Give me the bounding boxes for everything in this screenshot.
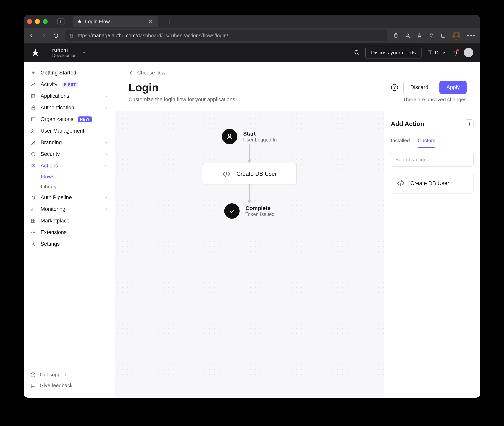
unsaved-notice: There are unsaved changes: [403, 97, 467, 103]
brand: ruheni Development: [31, 47, 86, 58]
get-support-link[interactable]: ? Get support: [30, 369, 108, 380]
browser-tab[interactable]: Login Flow ✕: [73, 16, 158, 27]
svg-point-26: [33, 243, 34, 245]
user-icon: [222, 129, 237, 144]
sidebar-item-actions[interactable]: Actions: [24, 160, 115, 172]
auth0-logo-icon[interactable]: [31, 48, 40, 57]
sidebar-item-extensions[interactable]: Extensions: [24, 227, 115, 238]
flow-canvas[interactable]: Start User Logged In Create DB User: [115, 111, 384, 398]
svg-point-22: [31, 232, 32, 233]
action-list-item[interactable]: Create DB User: [391, 173, 474, 194]
search-actions-input[interactable]: [391, 153, 474, 166]
sidebar-icon: [30, 140, 36, 146]
tab-installed[interactable]: Installed: [391, 135, 410, 148]
svg-rect-17: [32, 219, 33, 221]
search-icon[interactable]: [354, 50, 360, 56]
sidebar-item-activity[interactable]: ActivityFIRST: [24, 79, 115, 90]
code-icon: [222, 169, 231, 178]
svg-rect-20: [34, 221, 35, 223]
divider: [46, 48, 46, 57]
docs-label: Docs: [435, 50, 447, 56]
sidebar-subitem-flows[interactable]: Flows: [24, 172, 115, 182]
url-field[interactable]: https://manage.auth0.com/dashboard/us/ru…: [65, 30, 387, 41]
reload-icon[interactable]: [53, 33, 59, 39]
feedback-label: Give feedback: [40, 383, 72, 389]
svg-point-23: [34, 232, 35, 233]
sidebar-item-getting-started[interactable]: Getting Started: [24, 67, 115, 79]
check-icon: [224, 203, 240, 219]
extension-icon[interactable]: [429, 33, 434, 38]
browser-window: Login Flow ✕ ＋ https://manage.auth0.com/…: [24, 15, 480, 398]
sidebar-item-security[interactable]: Security: [24, 148, 115, 160]
flow-action-card[interactable]: Create DB User: [202, 163, 297, 185]
end-sub: Token Issued: [246, 211, 275, 217]
give-feedback-link[interactable]: Give feedback: [30, 380, 108, 391]
sidebar-icon: [30, 195, 36, 201]
discard-button[interactable]: Discard: [403, 81, 435, 94]
main: Choose flow Login ? Discard Apply Custom…: [115, 62, 480, 398]
favorite-icon[interactable]: [417, 33, 422, 38]
sidebar-item-monitoring[interactable]: Monitoring: [24, 203, 115, 215]
sidebar-item-label: Getting Started: [41, 70, 76, 76]
start-sub: User Logged In: [243, 137, 277, 143]
sidebar-item-authentication[interactable]: Authentication: [24, 102, 115, 114]
flow-end-node: Complete Token Issued: [224, 203, 275, 219]
apply-button[interactable]: Apply: [439, 81, 467, 94]
sidebar-item-branding[interactable]: Branding: [24, 137, 115, 148]
sidebar-badge: NEW: [78, 116, 92, 122]
sidebar-item-label: Monitoring: [41, 206, 65, 212]
tab-close-icon[interactable]: ✕: [148, 18, 152, 25]
sidebar-icon: [30, 82, 36, 87]
help-icon: ?: [30, 372, 36, 377]
minimize-window-icon[interactable]: [35, 19, 40, 24]
tab-custom[interactable]: Custom: [418, 135, 435, 148]
sidebar-item-label: Extensions: [41, 229, 67, 235]
sidebar-subitem-library[interactable]: Library: [24, 182, 115, 192]
svg-rect-18: [34, 219, 35, 221]
lock-icon: [69, 34, 74, 38]
more-menu-icon[interactable]: •••: [467, 32, 476, 39]
sidebar-toggle-icon[interactable]: [57, 19, 65, 24]
sidebar-item-organizations[interactable]: OrganizationsNEW: [24, 114, 115, 125]
sidebar-icon: [30, 105, 36, 111]
add-action-button[interactable]: ＋: [465, 119, 474, 128]
panel-title: Add Action: [391, 120, 424, 128]
tenant-switcher[interactable]: ruheni Development: [52, 47, 86, 58]
sidebar-icon: [30, 116, 36, 122]
tenant-name: ruheni: [52, 47, 78, 53]
flow-start-node: Start User Logged In: [222, 129, 277, 144]
sidebar-item-label: Authentication: [41, 105, 74, 111]
sidebar-item-label: Security: [41, 151, 60, 157]
collections-icon[interactable]: [441, 33, 446, 38]
sidebar-item-settings[interactable]: Settings: [24, 238, 115, 250]
chevron-right-icon: [104, 196, 108, 199]
sidebar-item-user-management[interactable]: User Management: [24, 125, 115, 137]
docs-link[interactable]: Docs: [427, 50, 447, 56]
help-button[interactable]: ?: [391, 84, 398, 91]
user-avatar-icon[interactable]: [464, 48, 473, 57]
sidebar-item-auth-pipeline[interactable]: Auth Pipeline: [24, 192, 115, 203]
svg-point-16: [34, 130, 35, 131]
chevron-right-icon: [104, 94, 108, 98]
close-window-icon[interactable]: [27, 19, 32, 24]
back-link[interactable]: Choose flow: [129, 70, 467, 76]
titlebar: Login Flow ✕ ＋: [24, 15, 480, 28]
forward-icon[interactable]: [41, 33, 47, 39]
notifications-icon[interactable]: [452, 50, 458, 56]
clipboard-icon[interactable]: [393, 33, 399, 38]
add-action-panel: Add Action ＋ Installed Custom Cr: [384, 111, 480, 398]
sidebar-icon: [30, 230, 36, 235]
zoom-out-icon[interactable]: [405, 33, 410, 38]
profile-avatar-icon[interactable]: [452, 32, 460, 40]
sidebar-item-label: Auth Pipeline: [41, 194, 72, 201]
sidebar-item-applications[interactable]: Applications: [24, 90, 115, 102]
back-icon[interactable]: [28, 33, 35, 39]
book-icon: [427, 50, 433, 55]
sidebar-item-marketplace[interactable]: Marketplace: [24, 215, 115, 227]
maximize-window-icon[interactable]: [43, 19, 48, 24]
sidebar-icon: [30, 151, 36, 157]
new-tab-button[interactable]: ＋: [165, 16, 173, 27]
tab-title: Login Flow: [85, 19, 110, 25]
discuss-button[interactable]: Discuss your needs: [366, 47, 421, 59]
sidebar-item-label: Applications: [41, 93, 69, 99]
